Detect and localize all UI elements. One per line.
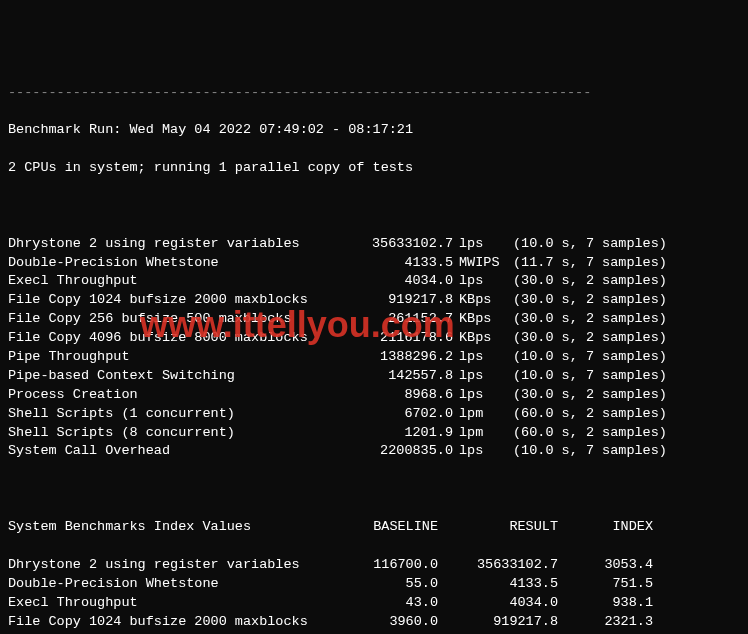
test-value: 1201.9	[343, 424, 453, 443]
blank-line	[8, 480, 740, 499]
test-timing: (10.0 s, 7 samples)	[503, 235, 623, 254]
test-name: Double-Precision Whetstone	[8, 575, 343, 594]
test-timing: (10.0 s, 7 samples)	[503, 367, 623, 386]
divider-line: ----------------------------------------…	[8, 84, 740, 103]
result-row: File Copy 4096 bufsize 8000 maxblocks211…	[8, 329, 740, 348]
baseline-value: 43.0	[343, 594, 438, 613]
result-value: 919217.8	[438, 613, 558, 632]
test-name: File Copy 256 bufsize 500 maxblocks	[8, 310, 343, 329]
baseline-header: BASELINE	[343, 518, 438, 537]
test-timing: (30.0 s, 2 samples)	[503, 272, 623, 291]
index-value: 2321.3	[558, 613, 653, 632]
test-unit: lps	[453, 367, 503, 386]
test-timing: (10.0 s, 7 samples)	[503, 348, 623, 367]
test-timing: (30.0 s, 2 samples)	[503, 310, 623, 329]
result-value: 35633102.7	[438, 556, 558, 575]
test-unit: lpm	[453, 424, 503, 443]
test-unit: lps	[453, 442, 503, 461]
test-name: Dhrystone 2 using register variables	[8, 556, 343, 575]
test-timing: (60.0 s, 2 samples)	[503, 405, 623, 424]
test-timing: (30.0 s, 2 samples)	[503, 291, 623, 310]
index-value: 751.5	[558, 575, 653, 594]
test-unit: lps	[453, 235, 503, 254]
index-row: File Copy 1024 bufsize 2000 maxblocks396…	[8, 613, 740, 632]
test-value: 919217.8	[343, 291, 453, 310]
result-row: Pipe Throughput1388296.2lps(10.0 s, 7 sa…	[8, 348, 740, 367]
result-header: RESULT	[438, 518, 558, 537]
cpu-info: 2 CPUs in system; running 1 parallel cop…	[8, 159, 740, 178]
test-value: 8968.6	[343, 386, 453, 405]
test-name: Execl Throughput	[8, 272, 343, 291]
test-unit: KBps	[453, 310, 503, 329]
test-unit: KBps	[453, 329, 503, 348]
test-name: Pipe Throughput	[8, 348, 343, 367]
test-value: 261152.7	[343, 310, 453, 329]
baseline-value: 3960.0	[343, 613, 438, 632]
result-row: Execl Throughput4034.0lps(30.0 s, 2 samp…	[8, 272, 740, 291]
result-row: Pipe-based Context Switching142557.8lps(…	[8, 367, 740, 386]
test-value: 2116178.6	[343, 329, 453, 348]
test-value: 4133.5	[343, 254, 453, 273]
index-values-label: System Benchmarks Index Values	[8, 518, 343, 537]
result-row: Shell Scripts (8 concurrent)1201.9lpm(60…	[8, 424, 740, 443]
index-row: Double-Precision Whetstone55.04133.5751.…	[8, 575, 740, 594]
test-name: Dhrystone 2 using register variables	[8, 235, 343, 254]
test-name: System Call Overhead	[8, 442, 343, 461]
result-row: System Call Overhead2200835.0lps(10.0 s,…	[8, 442, 740, 461]
result-row: Dhrystone 2 using register variables3563…	[8, 235, 740, 254]
index-value: 938.1	[558, 594, 653, 613]
test-timing: (30.0 s, 2 samples)	[503, 329, 623, 348]
index-row: Execl Throughput43.04034.0938.1	[8, 594, 740, 613]
test-name: File Copy 1024 bufsize 2000 maxblocks	[8, 613, 343, 632]
test-name: Shell Scripts (8 concurrent)	[8, 424, 343, 443]
test-unit: KBps	[453, 291, 503, 310]
test-value: 6702.0	[343, 405, 453, 424]
test-value: 35633102.7	[343, 235, 453, 254]
test-name: File Copy 1024 bufsize 2000 maxblocks	[8, 291, 343, 310]
baseline-value: 116700.0	[343, 556, 438, 575]
benchmark-run-header: Benchmark Run: Wed May 04 2022 07:49:02 …	[8, 121, 740, 140]
test-name: Process Creation	[8, 386, 343, 405]
result-row: File Copy 256 bufsize 500 maxblocks26115…	[8, 310, 740, 329]
test-timing: (30.0 s, 2 samples)	[503, 386, 623, 405]
test-unit: lps	[453, 272, 503, 291]
test-unit: lpm	[453, 405, 503, 424]
index-header-row: System Benchmarks Index ValuesBASELINERE…	[8, 518, 740, 537]
test-unit: lps	[453, 386, 503, 405]
result-row: File Copy 1024 bufsize 2000 maxblocks919…	[8, 291, 740, 310]
index-header: INDEX	[558, 518, 653, 537]
test-value: 4034.0	[343, 272, 453, 291]
blank-line	[8, 197, 740, 216]
test-timing: (10.0 s, 7 samples)	[503, 442, 623, 461]
result-value: 4133.5	[438, 575, 558, 594]
test-name: File Copy 4096 bufsize 8000 maxblocks	[8, 329, 343, 348]
test-unit: MWIPS	[453, 254, 503, 273]
test-name: Pipe-based Context Switching	[8, 367, 343, 386]
test-name: Double-Precision Whetstone	[8, 254, 343, 273]
test-value: 1388296.2	[343, 348, 453, 367]
result-row: Double-Precision Whetstone4133.5MWIPS(11…	[8, 254, 740, 273]
result-row: Shell Scripts (1 concurrent)6702.0lpm(60…	[8, 405, 740, 424]
test-value: 2200835.0	[343, 442, 453, 461]
test-value: 142557.8	[343, 367, 453, 386]
test-unit: lps	[453, 348, 503, 367]
result-row: Process Creation8968.6lps(30.0 s, 2 samp…	[8, 386, 740, 405]
index-value: 3053.4	[558, 556, 653, 575]
baseline-value: 55.0	[343, 575, 438, 594]
index-row: Dhrystone 2 using register variables1167…	[8, 556, 740, 575]
test-timing: (60.0 s, 2 samples)	[503, 424, 623, 443]
test-timing: (11.7 s, 7 samples)	[503, 254, 623, 273]
result-value: 4034.0	[438, 594, 558, 613]
test-name: Shell Scripts (1 concurrent)	[8, 405, 343, 424]
test-name: Execl Throughput	[8, 594, 343, 613]
